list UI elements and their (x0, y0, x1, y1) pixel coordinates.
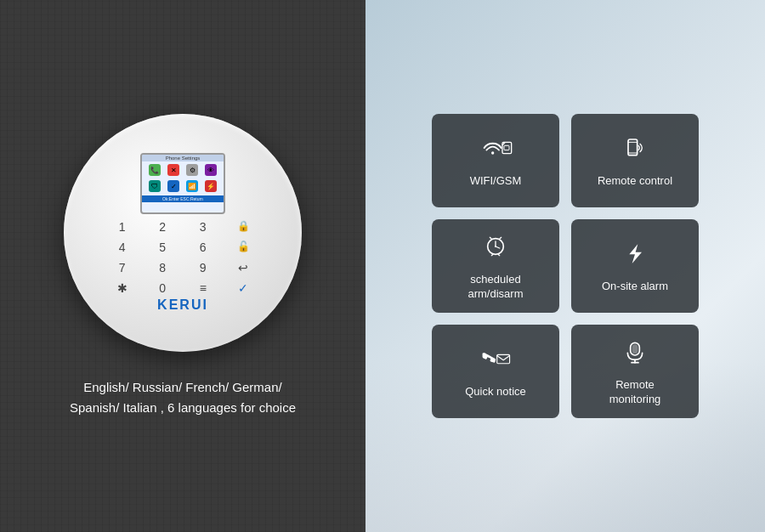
screen-icon-lt: ⚡ (205, 180, 217, 192)
key-back: ↩ (228, 262, 260, 274)
screen-icon-check: ✓ (167, 180, 179, 192)
screen-icon-phone: 📞 (149, 164, 161, 176)
wifi-gsm-icon (479, 133, 513, 167)
onsite-alarm-icon (618, 238, 652, 273)
feature-quick-notice: Quick notice (432, 325, 559, 418)
left-panel: Phone Settings 📞 ✕ ⚙ 👁 🛡 ✓ 📶 ⚡ Ok:Enter … (0, 0, 366, 532)
svg-point-11 (495, 246, 496, 247)
key-check: ✓ (228, 282, 260, 294)
screen-icon-gear: ⚙ (186, 164, 198, 176)
feature-onsite-alarm: On-site alarm (571, 219, 699, 313)
wifi-gsm-label: WIFI/GSM (470, 174, 522, 189)
svg-point-0 (491, 151, 494, 154)
key-2: 2 (147, 221, 179, 233)
quick-notice-label: Quick notice (465, 385, 526, 399)
remote-control-icon (618, 133, 652, 167)
key-8: 8 (147, 262, 179, 274)
keypad: 1 2 3 🔒 4 5 6 🔓 7 8 9 ↩ ✱ 0 ≡ ✓ (106, 221, 259, 294)
key-menu: ≡ (187, 282, 219, 294)
device-screen: Phone Settings 📞 ✕ ⚙ 👁 🛡 ✓ 📶 ⚡ Ok:Enter … (140, 153, 225, 214)
key-4: 4 (106, 241, 139, 253)
screen-icons-bottom: 🛡 ✓ 📶 ⚡ (142, 178, 224, 194)
screen-icon-close: ✕ (167, 164, 179, 176)
key-unlock: 🔓 (228, 241, 260, 253)
svg-marker-14 (629, 244, 642, 263)
onsite-alarm-label: On-site alarm (602, 280, 668, 294)
scheduled-arm-label: scheduled arm/disarm (468, 273, 523, 302)
screen-bottom-bar: Ok:Enter ESC:Return (142, 195, 224, 202)
screen-icon-eye: 👁 (205, 164, 217, 176)
device-image: Phone Settings 📞 ✕ ⚙ 👁 🛡 ✓ 📶 ⚡ Ok:Enter … (64, 114, 302, 352)
right-panel: WIFI/GSM Remote control (366, 0, 765, 532)
scheduled-arm-icon (479, 231, 513, 266)
remote-control-label: Remote control (598, 174, 672, 189)
key-1: 1 (106, 221, 139, 233)
remote-monitoring-label: Remote monitoring (609, 378, 661, 407)
key-lock: 🔒 (228, 221, 260, 233)
svg-rect-17 (632, 344, 638, 354)
key-9: 9 (187, 262, 219, 274)
features-grid: WIFI/GSM Remote control (432, 114, 699, 418)
screen-header: Phone Settings (142, 155, 224, 161)
quick-notice-icon (479, 343, 513, 378)
language-text: English/ Russian/ French/ German/Spanish… (53, 377, 313, 418)
screen-icon-shield: 🛡 (149, 180, 161, 192)
feature-scheduled-arm: scheduled arm/disarm (432, 219, 559, 313)
key-5: 5 (147, 241, 179, 253)
key-7: 7 (106, 262, 139, 274)
svg-line-8 (500, 237, 502, 239)
remote-monitoring-icon (618, 337, 652, 371)
feature-remote-control: Remote control (571, 114, 699, 207)
key-0: 0 (147, 282, 179, 294)
brand-label: KERUI (157, 297, 208, 313)
key-3: 3 (187, 221, 219, 233)
svg-line-7 (490, 237, 491, 239)
screen-icon-wifi: 📶 (186, 180, 198, 192)
key-star: ✱ (106, 282, 139, 294)
feature-remote-monitoring: Remote monitoring (571, 325, 699, 418)
svg-rect-15 (497, 354, 510, 363)
svg-rect-2 (504, 145, 509, 150)
feature-wifi-gsm: WIFI/GSM (432, 114, 559, 207)
key-6: 6 (187, 241, 219, 253)
screen-icons-top: 📞 ✕ ⚙ 👁 (142, 161, 224, 178)
